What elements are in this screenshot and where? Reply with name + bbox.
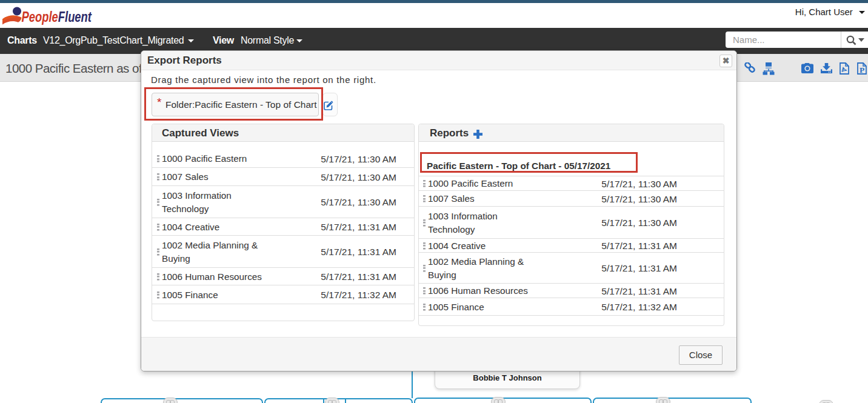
svg-text:PeopleFluent: PeopleFluent: [22, 8, 92, 25]
svg-text:P: P: [860, 65, 864, 75]
